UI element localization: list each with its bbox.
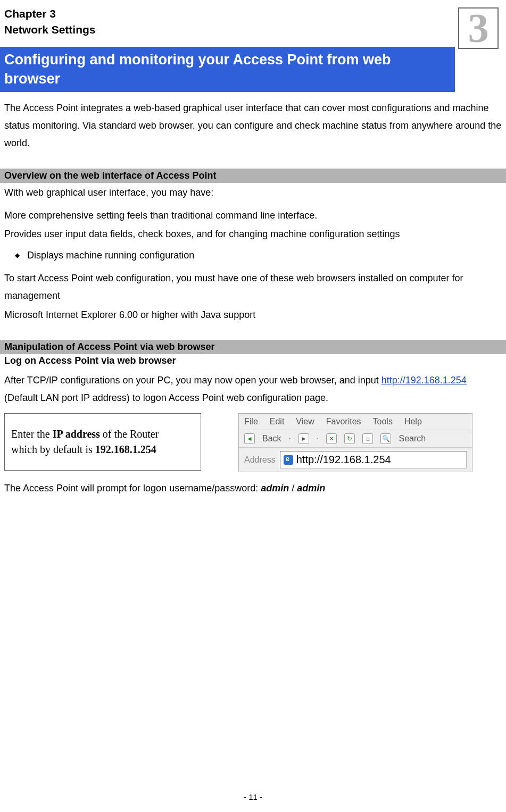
page-number: - 11 - [0,792,506,801]
address-field[interactable]: http://192.168.1.254 [280,451,467,468]
overview-para2: Provides user input data fields, check b… [0,224,506,243]
section-heading-blue: Configuring and monitoring your Access P… [0,47,455,92]
overview-bullet-text: Displays machine running configuration [27,247,194,264]
logon-para-before: After TCP/IP configurations on your PC, … [4,375,381,386]
overview-bar: Overview on the web interface of Access … [0,169,506,183]
logon-credentials-line: The Access Point will prompt for logon u… [0,472,506,497]
menu-favorites[interactable]: Favorites [326,417,361,426]
toolbar-separator2: · [317,434,319,443]
toolbar-separator: · [289,434,291,443]
chapter-titles: Chapter 3 Network Settings [4,7,96,36]
intro-paragraph: The Access Point integrates a web-based … [0,92,506,153]
back-label[interactable]: Back [262,434,281,443]
logon-paragraph: After TCP/IP configurations on your PC, … [0,366,506,407]
ip-hint-l1b: IP address [53,428,100,440]
ie-icon [284,455,293,465]
menu-tools[interactable]: Tools [373,417,393,426]
ip-hint-line1: Enter the IP address of the Router [11,426,194,442]
bullet-icon: ◆ [15,249,20,261]
browser-screenshot: File Edit View Favorites Tools Help ◄ Ba… [238,413,472,472]
chapter-number-title: Chapter 3 [4,7,96,20]
overview-para3: To start Access Point web configuration,… [0,264,506,305]
ip-hint-l2b: 192.168.1.254 [95,443,156,455]
refresh-icon[interactable]: ↻ [344,433,355,444]
ip-hint-box: Enter the IP address of the Router which… [4,413,201,471]
logon-prefix: The Access Point will prompt for logon u… [4,483,261,493]
menu-view[interactable]: View [296,417,314,426]
logon-pass: admin [297,483,325,493]
address-label: Address [244,455,276,465]
chapter-badge-number: 3 [468,7,489,49]
forward-icon[interactable]: ► [298,433,309,444]
menu-file[interactable]: File [244,417,258,426]
ip-hint-l2a: which by default is [11,443,95,455]
search-label[interactable]: Search [399,434,426,443]
overview-bullet-row: ◆ Displays machine running configuration [0,244,506,264]
browser-menu-bar: File Edit View Favorites Tools Help [239,414,472,430]
chapter-badge: 3 [458,7,499,49]
logon-para-after: (Default LAN port IP address) to logon A… [4,392,328,403]
home-icon[interactable]: ⌂ [362,433,373,444]
ip-hint-l1a: Enter the [11,428,53,440]
overview-intro: With web graphical user interface, you m… [0,183,506,202]
ip-hint-line2: which by default is 192.168.1.254 [11,442,194,457]
address-value: http://192.168.1.254 [296,454,391,466]
browser-toolbar: ◄ Back · ► · ✕ ↻ ⌂ 🔍 Search [239,430,472,448]
menu-edit[interactable]: Edit [270,417,285,426]
browser-address-bar: Address http://192.168.1.254 [239,448,472,472]
logon-subheading: Log on Access Point via web browser [0,354,506,366]
stop-icon[interactable]: ✕ [326,433,337,444]
search-icon[interactable]: 🔍 [380,433,391,444]
overview-para1: More comprehensive setting feels than tr… [0,202,506,224]
back-icon[interactable]: ◄ [244,433,255,444]
ip-hint-l1c: of the Router [100,428,159,440]
menu-help[interactable]: Help [404,417,422,426]
logon-user: admin [261,483,289,493]
overview-para4: Microsoft Internet Explorer 6.00 or high… [0,305,506,324]
manipulation-bar: Manipulation of Access Point via web bro… [0,340,506,354]
default-ip-link[interactable]: http://192.168.1.254 [381,375,467,386]
logon-sep: / [289,483,297,493]
chapter-subtitle: Network Settings [4,23,96,36]
